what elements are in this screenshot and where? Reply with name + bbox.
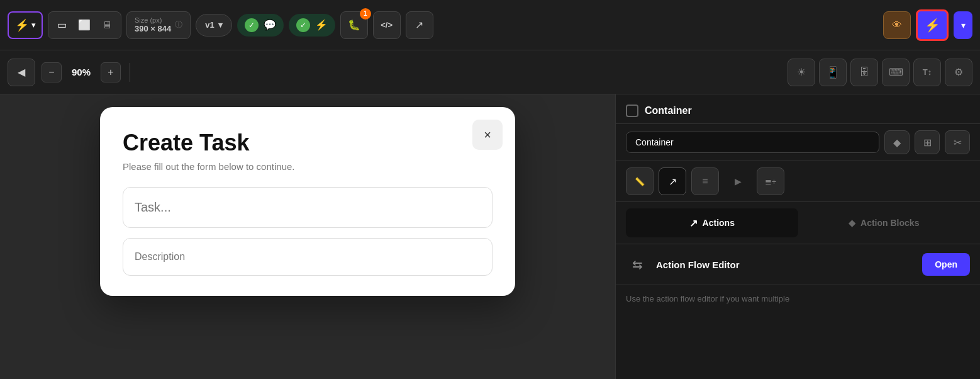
version-button[interactable]: v1 ▾ [196, 14, 231, 37]
canvas-area: Create Task Please fill out the form bel… [0, 94, 615, 379]
panel-tabs-row: Container ◆ ⊞ ✂ [616, 124, 980, 161]
flash-sync-icon: ⚡ [315, 19, 328, 31]
modal-card: Create Task Please fill out the form bel… [100, 107, 515, 296]
expand-chevron-icon: ▾ [961, 20, 966, 30]
main-content: Create Task Please fill out the form bel… [0, 94, 980, 379]
list-add-tool-button[interactable]: ≣+ [757, 167, 784, 195]
actions-tabs: ↗ Actions ◆ Action Blocks [616, 202, 980, 244]
description-text: Use the action flow editor if you want m… [626, 294, 789, 303]
zoom-value-display: 90% [65, 67, 97, 77]
gem-icon: ◆ [893, 137, 901, 149]
dropdown-label: Container [635, 137, 674, 147]
zoom-control: − 90% + [42, 62, 121, 82]
sun-icon: ☀ [797, 66, 806, 78]
collapse-icon: ◀ [18, 66, 25, 78]
export-icon: ↗ [415, 19, 423, 31]
keyboard-icon: ⌨ [889, 66, 903, 78]
code-button[interactable]: </> [373, 11, 401, 39]
mobile-view-icon: 📱 [826, 65, 840, 79]
gem-button[interactable]: ◆ [884, 130, 910, 154]
open-flow-button[interactable]: Open [922, 253, 970, 276]
database-icon: 🗄 [859, 67, 869, 78]
text-size-icon: T↕ [923, 67, 932, 77]
mobile-view-button[interactable]: 📱 [819, 59, 847, 86]
publish-check-button[interactable]: ✓ 💬 [237, 14, 284, 37]
flow-icon: ⇆ [626, 253, 649, 276]
panel-header: Container [616, 94, 980, 124]
grid-button[interactable]: ⊞ [915, 130, 940, 154]
text-size-button[interactable]: T↕ [913, 59, 941, 86]
code-icon: </> [381, 20, 393, 30]
mobile-icon: ▭ [57, 20, 67, 30]
modal-subtitle: Please fill out the form below to contin… [123, 161, 493, 172]
action-blocks-label: Action Blocks [860, 218, 919, 228]
container-label: Container [645, 105, 692, 116]
preview-button[interactable]: 👁 [883, 11, 911, 39]
zoom-out-button[interactable]: − [42, 62, 62, 82]
version-label: v1 [205, 20, 214, 30]
sync-check-button[interactable]: ✓ ⚡ [289, 14, 335, 37]
component-dropdown[interactable]: Container [626, 132, 879, 153]
close-icon: × [484, 128, 491, 142]
play-tool-button[interactable]: ▶ [724, 167, 752, 195]
bug-button[interactable]: 1 🐛 [340, 11, 368, 39]
size-display: Size (px) 390 × 844 ⓘ [126, 11, 191, 39]
tablet-device-btn[interactable]: ⬜ [74, 16, 94, 33]
tablet-icon: ⬜ [78, 20, 91, 30]
size-label: Size (px) [135, 16, 171, 24]
minus-icon: − [48, 67, 54, 78]
action-flow-row: ⇆ Action Flow Editor Open [616, 244, 980, 285]
play-icon: ▶ [735, 176, 742, 186]
zoom-in-button[interactable]: + [101, 62, 121, 82]
responsive-settings-button[interactable]: ⚙ [945, 59, 972, 86]
brand-chevron: ▾ [31, 20, 36, 30]
description-input[interactable] [123, 238, 493, 276]
modal-close-button[interactable]: × [472, 120, 503, 150]
action-flow-label: Action Flow Editor [656, 259, 915, 270]
toolbar-divider [130, 63, 130, 82]
eye-icon: 👁 [892, 20, 902, 31]
grid-icon: ⊞ [923, 137, 932, 149]
chat-icon: 💬 [264, 19, 276, 31]
table-tool-button[interactable]: ≡ [691, 167, 719, 195]
panel-tool-row: 📏 ↗ ≡ ▶ ≣+ [616, 161, 980, 202]
panel-description: Use the action flow editor if you want m… [616, 285, 980, 313]
interact-tool-button[interactable]: ↗ [659, 167, 686, 195]
clip-button[interactable]: ✂ [945, 130, 970, 154]
keyboard-button[interactable]: ⌨ [882, 59, 910, 86]
version-chevron: ▾ [218, 20, 223, 30]
expand-button[interactable]: ▾ [954, 11, 972, 39]
ruler-tool-button[interactable]: 📏 [626, 167, 654, 195]
mobile-device-btn[interactable]: ▭ [53, 16, 70, 33]
export-button[interactable]: ↗ [406, 11, 433, 39]
actions-tab-label: Actions [703, 218, 735, 228]
modal-title: Create Task [123, 130, 493, 156]
size-value: 390 × 844 [135, 24, 171, 33]
task-input[interactable] [123, 187, 493, 228]
view-tools: ☀ 📱 🗄 ⌨ T↕ ⚙ [788, 59, 972, 86]
check-circle-icon: ✓ [245, 18, 259, 32]
brand-button[interactable]: ⚡ ▾ [8, 11, 43, 39]
active-mode-button[interactable]: ⚡ [916, 9, 949, 41]
bolt-icon: ⚡ [925, 18, 940, 33]
container-checkbox[interactable] [626, 105, 638, 117]
collapse-sidebar-button[interactable]: ◀ [8, 59, 35, 86]
desktop-device-btn[interactable]: 🖥 [98, 17, 116, 33]
plus-icon: + [108, 67, 113, 78]
desktop-icon: 🖥 [102, 20, 112, 30]
open-label: Open [935, 259, 957, 269]
brightness-button[interactable]: ☀ [788, 59, 815, 86]
list-add-icon: ≣+ [765, 177, 777, 186]
clip-icon: ✂ [954, 137, 962, 149]
action-blocks-tab[interactable]: ◆ Action Blocks [798, 208, 971, 237]
table-icon: ≡ [702, 176, 708, 187]
info-icon: ⓘ [175, 20, 182, 30]
flow-symbol: ⇆ [632, 257, 643, 272]
bug-badge: 1 [360, 8, 371, 20]
interact-icon: ↗ [669, 176, 677, 188]
database-button[interactable]: 🗄 [850, 59, 878, 86]
device-selector: ▭ ⬜ 🖥 [48, 11, 121, 39]
secondary-toolbar: ◀ − 90% + ☀ 📱 🗄 ⌨ T↕ ⚙ [0, 50, 980, 94]
actions-tab-icon: ↗ [689, 217, 698, 229]
actions-tab[interactable]: ↗ Actions [626, 208, 798, 237]
